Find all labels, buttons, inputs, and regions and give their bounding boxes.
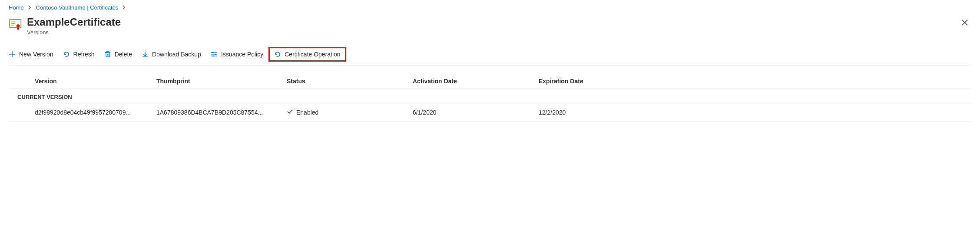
toolbar-label: Certificate Operation <box>285 51 340 58</box>
cell-version: d2f98920d8e04cb49f9957200709... <box>35 109 156 116</box>
breadcrumb: Home Contoso-Vaultname | Certificates <box>9 0 971 11</box>
cell-thumbprint: 1A67809386D4BCA7B9D205C87554... <box>156 109 287 116</box>
cell-activation-date: 6/1/2020 <box>413 109 539 116</box>
toolbar-label: New Version <box>19 51 53 58</box>
column-header-activation[interactable]: Activation Date <box>413 78 539 85</box>
issuance-policy-button[interactable]: Issuance Policy <box>211 51 263 58</box>
refresh-icon <box>274 51 281 58</box>
delete-button[interactable]: Delete <box>104 51 132 58</box>
chevron-right-icon <box>28 4 32 11</box>
breadcrumb-home[interactable]: Home <box>9 4 24 11</box>
toolbar: New Version Refresh Delete Download Back… <box>9 43 971 66</box>
certificate-icon <box>9 16 22 32</box>
check-icon <box>287 108 293 116</box>
breadcrumb-vault[interactable]: Contoso-Vaultname | Certificates <box>36 4 119 11</box>
cell-expiration-date: 12/2/2020 <box>539 109 971 116</box>
status-text: Enabled <box>296 109 318 116</box>
refresh-icon <box>63 51 70 58</box>
new-version-button[interactable]: New Version <box>9 51 53 58</box>
cell-status: Enabled <box>287 108 413 116</box>
toolbar-label: Issuance Policy <box>221 51 263 58</box>
column-header-status[interactable]: Status <box>287 78 413 85</box>
download-backup-button[interactable]: Download Backup <box>142 51 201 58</box>
toolbar-label: Download Backup <box>152 51 201 58</box>
section-current-version: CURRENT VERSION <box>17 89 971 103</box>
download-icon <box>142 51 149 58</box>
chevron-right-icon <box>122 4 126 11</box>
close-button[interactable] <box>958 16 971 30</box>
versions-table: Version Thumbprint Status Activation Dat… <box>9 74 971 122</box>
plus-icon <box>9 51 16 58</box>
toolbar-label: Refresh <box>73 51 95 58</box>
refresh-button[interactable]: Refresh <box>63 51 95 58</box>
table-row[interactable]: d2f98920d8e04cb49f9957200709... 1A678093… <box>9 103 971 122</box>
toolbar-label: Delete <box>115 51 132 58</box>
column-header-version[interactable]: Version <box>35 78 156 85</box>
certificate-operation-button[interactable]: Certificate Operation <box>268 47 346 62</box>
page-subtitle: Versions <box>27 29 121 36</box>
trash-icon <box>104 51 111 58</box>
svg-point-4 <box>17 24 20 28</box>
column-header-expiration[interactable]: Expiration Date <box>539 78 971 85</box>
column-header-thumbprint[interactable]: Thumbprint <box>156 78 287 85</box>
settings-icon <box>211 51 218 58</box>
page-title: ExampleCertificate <box>27 16 121 28</box>
